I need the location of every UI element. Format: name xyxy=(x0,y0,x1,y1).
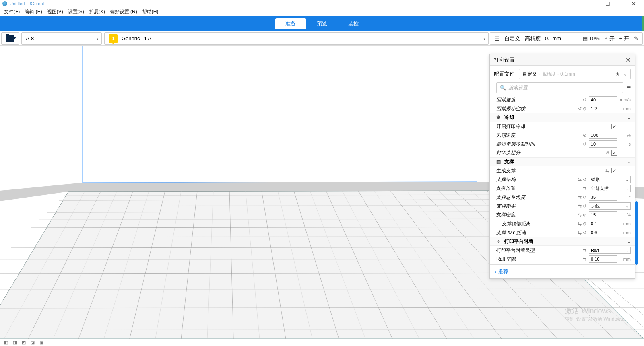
view-left-icon[interactable]: ◪ xyxy=(31,340,35,345)
printer-select[interactable]: A-8 ‹ xyxy=(21,32,102,45)
link-icon[interactable]: ⇆ xyxy=(583,248,586,253)
link-icon[interactable]: ⇆ xyxy=(578,177,582,182)
fan-speed-input[interactable]: 100 xyxy=(589,132,617,139)
setting-retraction-speed: 回抽速度 ↺ 40 mm/s xyxy=(490,95,635,104)
print-settings-summary[interactable]: ☰ 自定义 - 高精度 - 0.1mm ▦10% ⑃开 ÷开 ✎ xyxy=(490,32,643,45)
reset-icon[interactable]: ↺ xyxy=(578,106,582,111)
calc-icon[interactable]: ⊘ xyxy=(583,106,586,111)
reset-icon[interactable]: ↺ xyxy=(583,230,586,235)
open-file-button[interactable] xyxy=(1,32,19,45)
setting-support-xy-distance: 支撑 X/Y 距离 ⇆↺ 0.6 mm xyxy=(490,228,635,237)
support-pattern-select[interactable]: 走线⌄ xyxy=(589,202,631,210)
panel-header: 打印设置 ✕ xyxy=(490,54,635,66)
setting-raft-gap: Raft 空隙 ⇆ 0.16 mm xyxy=(490,255,635,264)
reset-icon[interactable]: ↺ xyxy=(605,150,609,156)
raft-gap-input[interactable]: 0.16 xyxy=(589,255,617,263)
setting-min-layer-time: 最短单层冷却时间 ↺ 10 s xyxy=(490,140,635,148)
link-icon[interactable]: ⇆ xyxy=(583,257,586,262)
support-density-input[interactable]: 15 xyxy=(589,211,617,218)
adhesion-summary: ÷开 xyxy=(619,35,629,42)
overhang-angle-input[interactable]: 35 xyxy=(589,194,617,201)
support-xy-distance-input[interactable]: 0.6 xyxy=(589,229,617,236)
section-cooling[interactable]: ❄ 冷却 ⌄ xyxy=(490,113,635,122)
head-lift-checkbox[interactable]: ✓ xyxy=(611,150,617,156)
setting-overhang-angle: 支撑悬垂角度 ⇆↺ 35 ° xyxy=(490,193,635,202)
menu-bar: 文件(F) 编辑 (E) 视图(V) 设置(S) 扩展(X) 偏好设置 (R) … xyxy=(0,7,644,16)
enable-cooling-checkbox[interactable]: ✓ xyxy=(611,124,617,129)
adhesion-section-icon: ÷ xyxy=(495,239,501,244)
reset-icon[interactable]: ↺ xyxy=(583,204,586,209)
link-icon[interactable]: ⇆ xyxy=(578,230,582,235)
generate-support-checkbox[interactable]: ✓ xyxy=(611,168,617,173)
settings-scrollbar[interactable] xyxy=(635,201,638,265)
support-section-icon: ▥ xyxy=(495,159,501,165)
settings-menu-icon[interactable]: ≡ xyxy=(627,84,631,91)
snowflake-icon: ❄ xyxy=(495,115,501,120)
search-row: 🔍 搜索设置 ≡ xyxy=(490,82,635,95)
support-placement-select[interactable]: 全部支撑⌄ xyxy=(589,185,631,192)
calc-icon[interactable]: ⊘ xyxy=(583,221,586,227)
toolbar: A-8 ‹ 1 Generic PLA ‹ ☰ 自定义 - 高精度 - 0.1m… xyxy=(0,31,644,46)
view-cube-icon[interactable]: ◧ xyxy=(4,340,8,345)
calc-icon[interactable]: ⊘ xyxy=(583,133,586,138)
support-icon: ⑃ xyxy=(605,35,608,41)
adhesion-type-select[interactable]: Raft⌄ xyxy=(589,247,631,254)
link-icon[interactable]: ⇆ xyxy=(578,195,582,200)
view-top-icon[interactable]: ◩ xyxy=(22,340,26,345)
reset-icon[interactable]: ↺ xyxy=(583,195,586,200)
link-icon[interactable]: ⇆ xyxy=(578,221,582,227)
profile-select[interactable]: 自定义 - 高精度 - 0.1mm ★ ⌄ xyxy=(519,69,631,79)
link-icon[interactable]: ⇆ xyxy=(583,186,586,191)
material-select[interactable]: 1 Generic PLA ‹ xyxy=(104,32,489,45)
link-icon[interactable]: ⇆ xyxy=(605,168,609,173)
setting-support-density: 支撑密度 ⇆⊘ 15 % xyxy=(490,210,635,219)
retraction-min-input[interactable]: 1.2 xyxy=(589,105,617,112)
printer-name: A-8 xyxy=(26,35,34,41)
folder-open-icon xyxy=(6,35,14,42)
stage-monitor[interactable]: 监控 xyxy=(338,18,369,29)
setting-raft-base-line: Raft 基础走线间距 ⇆↺ 3 mm xyxy=(490,264,635,264)
support-summary: ⑃开 xyxy=(605,35,615,42)
minimize-button[interactable]: — xyxy=(574,1,590,7)
menu-settings[interactable]: 设置(S) xyxy=(66,8,87,16)
link-icon[interactable]: ⇆ xyxy=(578,212,582,218)
infill-summary: ▦10% xyxy=(583,35,600,41)
menu-file[interactable]: 文件(F) xyxy=(2,8,22,16)
pencil-icon: ✎ xyxy=(634,35,638,41)
recommend-link[interactable]: ‹ 推荐 xyxy=(495,268,508,274)
view-front-icon[interactable]: ◨ xyxy=(13,340,17,345)
section-adhesion[interactable]: ÷ 打印平台附着 ⌄ xyxy=(490,237,635,246)
link-icon[interactable]: ⇆ xyxy=(578,204,582,209)
chevron-down-icon: ⌄ xyxy=(627,239,631,244)
star-icon: ★ xyxy=(615,71,620,77)
chevron-left-icon: ‹ xyxy=(97,36,98,41)
support-structure-select[interactable]: 树形⌄ xyxy=(589,176,631,183)
settings-search-input[interactable]: 🔍 搜索设置 xyxy=(496,82,623,93)
status-bar: ◧ ◨ ◩ ◪ ▣ xyxy=(0,339,644,346)
close-window-button[interactable]: ✕ xyxy=(625,1,642,7)
calc-icon[interactable]: ⊘ xyxy=(583,212,586,218)
reset-icon[interactable]: ↺ xyxy=(583,177,586,182)
menu-help[interactable]: 帮助(H) xyxy=(140,8,161,16)
min-layer-time-input[interactable]: 10 xyxy=(589,140,617,148)
reset-icon[interactable]: ↺ xyxy=(583,142,586,147)
search-icon: 🔍 xyxy=(500,85,506,91)
maximize-button[interactable]: ☐ xyxy=(600,1,616,7)
menu-edit[interactable]: 编辑 (E) xyxy=(22,8,44,16)
window-title: Untitled - JGcreat xyxy=(10,1,44,6)
panel-close-button[interactable]: ✕ xyxy=(625,56,631,64)
panel-footer: ‹ 推荐 xyxy=(490,264,635,278)
retraction-speed-input[interactable]: 40 xyxy=(589,96,617,103)
view-right-icon[interactable]: ▣ xyxy=(39,340,43,345)
stage-prepare[interactable]: 准备 xyxy=(275,18,306,29)
stage-preview[interactable]: 预览 xyxy=(306,18,338,29)
menu-extensions[interactable]: 扩展(X) xyxy=(87,8,107,16)
menu-preferences[interactable]: 偏好设置 (R) xyxy=(107,8,140,16)
chevron-down-icon: ⌄ xyxy=(627,159,631,165)
support-top-distance-input[interactable]: 0.1 xyxy=(589,220,617,227)
stage-bar: 准备 预览 监控 xyxy=(0,16,644,31)
menu-view[interactable]: 视图(V) xyxy=(45,8,66,16)
setting-generate-support: 生成支撑 ⇆ ✓ xyxy=(490,166,635,175)
section-support[interactable]: ▥ 支撑 ⌄ xyxy=(490,157,635,166)
reset-icon[interactable]: ↺ xyxy=(583,97,586,103)
